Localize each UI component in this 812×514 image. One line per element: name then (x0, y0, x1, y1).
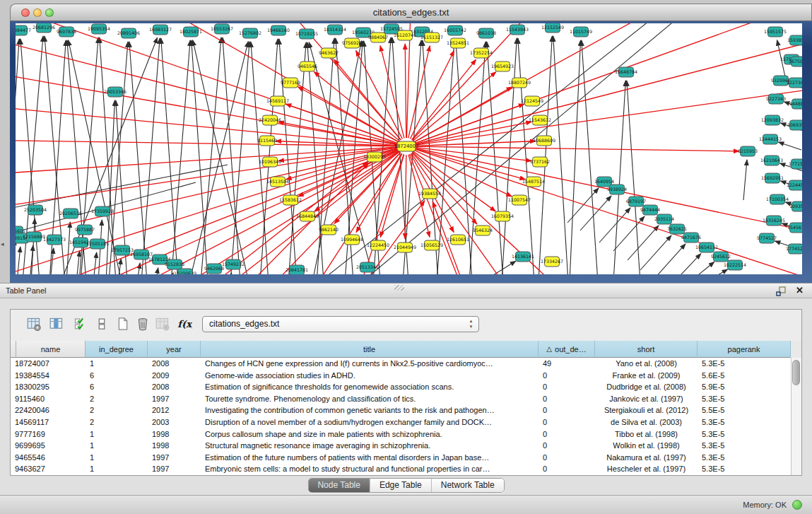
graph-edge[interactable] (405, 44, 406, 138)
table-row[interactable]: 946362711997Embryonic stem cells: a mode… (11, 463, 791, 475)
vertical-scrollbar[interactable] (791, 358, 801, 475)
table-cell[interactable]: 1 (86, 428, 148, 440)
table-cell[interactable]: 0 (539, 440, 595, 452)
table-cell[interactable]: 2012 (148, 404, 201, 416)
column-header-year[interactable]: year (148, 341, 201, 358)
table-cell[interactable]: 0 (539, 463, 595, 475)
table-cell[interactable]: 6 (86, 370, 148, 382)
table-cell[interactable]: 9699695 (11, 440, 86, 452)
column-header-short[interactable]: short (595, 341, 698, 358)
table-cell[interactable]: 2 (86, 404, 148, 416)
table-cell[interactable]: Dudbridge et al. (2008) (595, 381, 698, 393)
table-cell[interactable]: 1 (86, 452, 148, 464)
table-cell[interactable]: Nakamura et al. (1997) (595, 452, 698, 464)
table-cell[interactable]: 1997 (148, 452, 201, 464)
graph-edge[interactable] (613, 81, 625, 274)
table-cell[interactable]: 18300295 (11, 381, 86, 393)
table-cell[interactable]: 1997 (148, 463, 201, 475)
column-header-title[interactable]: title (201, 341, 539, 358)
row-selection-icon[interactable] (71, 315, 90, 333)
function-builder-icon[interactable]: f(x) (175, 315, 193, 333)
table-cell[interactable]: Structural magnetic resonance image aver… (201, 440, 539, 452)
graph-edge[interactable] (580, 196, 611, 230)
table-row[interactable]: 1938455462009Genome-wide association stu… (11, 370, 791, 382)
graph-edge[interactable] (567, 188, 599, 223)
table-cell[interactable]: 2003 (148, 416, 201, 428)
graph-edge[interactable] (518, 38, 534, 274)
table-cell[interactable]: 18724007 (11, 358, 86, 370)
table-cell[interactable]: 0 (539, 428, 595, 440)
graph-edge[interactable] (415, 141, 536, 146)
network-window-titlebar[interactable]: citations_edges.txt (10, 4, 812, 21)
table-cell[interactable]: 0 (539, 381, 595, 393)
graph-edge[interactable] (670, 254, 701, 274)
graph-edge[interactable] (654, 244, 686, 274)
table-cell[interactable]: Tibbo et al. (1998) (595, 428, 698, 440)
graph-edge[interactable] (743, 160, 747, 200)
table-cell[interactable]: 0 (539, 393, 595, 405)
graph-edge[interactable] (380, 46, 404, 139)
table-cell[interactable]: 0 (539, 404, 595, 416)
table-cell[interactable]: Estimation of significance thresholds fo… (201, 381, 539, 393)
graph-edge[interactable] (482, 261, 516, 274)
graph-edge[interactable] (414, 23, 802, 144)
graph-edge[interactable] (502, 38, 517, 274)
graph-edge[interactable] (539, 36, 552, 274)
graph-edge[interactable] (16, 34, 398, 144)
column-header-out_de[interactable]: △out_de… (539, 341, 595, 358)
table-cell[interactable]: Yano et al. (2008) (595, 358, 698, 370)
table-cell[interactable]: Changes of HCN gene expression and I(f) … (201, 358, 539, 370)
table-cell[interactable]: 5.3E-5 (698, 452, 791, 464)
delete-table-icon[interactable] (153, 315, 172, 333)
tab-node-table[interactable]: Node Table (308, 479, 370, 492)
table-cell[interactable]: 9777169 (11, 428, 86, 440)
scrollbar-thumb[interactable] (792, 360, 800, 385)
table-cell[interactable]: 1997 (148, 393, 201, 405)
table-row[interactable]: 2242004622012Investigating the contribut… (11, 404, 791, 416)
graph-edge[interactable] (627, 81, 640, 274)
table-cell[interactable]: Jankovic et al. (1997) (595, 393, 698, 405)
table-cell[interactable]: Hescheler et al. (1997) (595, 463, 698, 475)
table-cell[interactable]: 5.3E-5 (698, 428, 791, 440)
column-header-in_degree[interactable]: in_degree (86, 341, 148, 358)
float-panel-icon[interactable] (775, 286, 787, 297)
table-cell[interactable]: Embryonic stem cells: a model to study s… (201, 463, 539, 475)
table-cell[interactable]: Genome-wide association studies in ADHD. (201, 370, 539, 382)
create-column-icon[interactable] (114, 315, 132, 333)
table-cell[interactable]: 9463627 (11, 463, 86, 475)
graph-edge[interactable] (487, 42, 503, 274)
table-cell[interactable]: 9465546 (11, 452, 86, 464)
table-row[interactable]: 1456911722003Disruption of a novel membe… (11, 416, 791, 428)
graph-edge[interactable] (582, 40, 598, 274)
table-cell[interactable]: 2008 (148, 358, 201, 370)
network-view[interactable]: 1598447720681296969783819095354208914061… (16, 23, 802, 274)
table-rows-icon[interactable] (93, 315, 111, 333)
table-row[interactable]: 969969511998Structural magnetic resonanc… (11, 440, 791, 452)
graph-edge[interactable] (469, 42, 486, 274)
table-cell[interactable]: 22420046 (11, 404, 86, 416)
table-cell[interactable]: 1 (86, 463, 148, 475)
table-cell[interactable]: 5.5E-5 (698, 404, 791, 416)
memory-status-indicator[interactable] (792, 500, 802, 510)
table-cell[interactable]: Tourette syndrome. Phenomenology and cla… (201, 393, 539, 405)
table-cell[interactable]: 5.3E-5 (698, 463, 791, 475)
table-cell[interactable]: Wolkin et al. (1998) (595, 440, 698, 452)
table-cell[interactable]: 1998 (148, 428, 201, 440)
graph-edge[interactable] (76, 251, 80, 274)
table-cell[interactable]: 1 (86, 358, 148, 370)
graph-edge[interactable] (223, 37, 240, 274)
table-cell[interactable]: 2 (86, 416, 148, 428)
table-cell[interactable]: 1998 (148, 440, 201, 452)
table-row[interactable]: 946554611997Estimation of the future num… (11, 452, 791, 464)
table-row[interactable]: 1830029562008Estimation of significance … (11, 381, 791, 393)
table-row[interactable]: 977716911998Corpus callosum shape and si… (11, 428, 791, 440)
table-cell[interactable]: 2009 (148, 370, 201, 382)
table-cell[interactable]: Corpus callosum shape and size in male p… (201, 428, 539, 440)
splitter-grip[interactable] (394, 285, 404, 291)
column-header-name[interactable]: name (16, 341, 86, 358)
graph-edge[interactable] (684, 262, 714, 275)
graph-edge[interactable] (16, 23, 399, 144)
table-row[interactable]: 911546021997Tourette syndrome. Phenomeno… (11, 393, 791, 405)
graph-edge[interactable] (201, 37, 221, 274)
graph-edge[interactable] (228, 163, 369, 275)
